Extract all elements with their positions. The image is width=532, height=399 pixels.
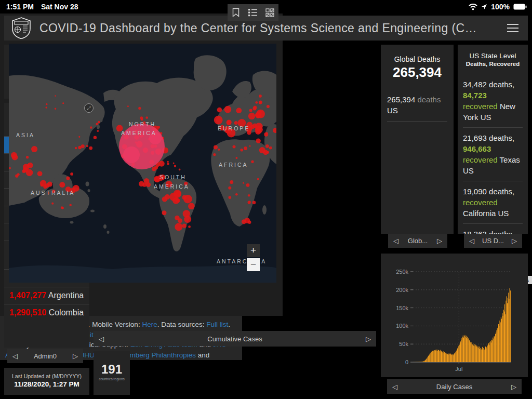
case-dot[interactable] [249, 109, 252, 112]
case-dot[interactable] [61, 207, 64, 209]
case-dot[interactable] [248, 221, 251, 224]
case-dot[interactable] [51, 203, 54, 205]
world-map[interactable]: ASIANORTHAMERICAEUROPEAFRICASOUTHAMERICA… [9, 44, 276, 283]
case-dot[interactable] [46, 103, 47, 105]
case-dot[interactable] [184, 216, 191, 223]
case-dot[interactable] [174, 190, 181, 197]
case-dot[interactable] [184, 182, 188, 185]
case-dot[interactable] [236, 157, 238, 159]
case-dot[interactable] [26, 156, 29, 158]
case-dot[interactable] [45, 107, 47, 109]
case-dot[interactable] [249, 145, 250, 147]
case-dot[interactable] [90, 126, 92, 128]
case-dot[interactable] [98, 121, 100, 124]
case-dot[interactable] [144, 178, 150, 184]
case-dot[interactable] [70, 172, 73, 176]
case-dot[interactable] [188, 203, 195, 209]
case-dot[interactable] [244, 147, 247, 150]
case-dot[interactable] [269, 147, 272, 150]
case-dot[interactable] [265, 144, 269, 148]
case-dot[interactable] [238, 119, 246, 127]
case-dot[interactable] [179, 169, 181, 171]
menu-icon[interactable] [507, 21, 518, 35]
case-dot[interactable] [154, 177, 161, 183]
zoom-out-button[interactable]: − [247, 258, 260, 271]
case-dot[interactable] [183, 195, 192, 204]
case-dot[interactable] [214, 116, 223, 125]
case-dot[interactable] [259, 147, 265, 153]
case-dot[interactable] [17, 173, 20, 176]
case-dot[interactable] [243, 182, 244, 184]
deaths-entry[interactable]: 265,394 deaths US [387, 94, 447, 122]
next-arrow-icon[interactable]: ▷ [73, 352, 78, 360]
case-dot[interactable] [94, 136, 97, 139]
case-dot[interactable] [174, 165, 177, 167]
case-dot[interactable] [167, 161, 169, 163]
case-dot[interactable] [138, 107, 141, 110]
case-dot[interactable] [256, 138, 261, 143]
case-dot[interactable] [62, 102, 64, 104]
case-dot[interactable] [252, 107, 256, 110]
state-list-item[interactable]: 21,693 deaths, 946,663 recovered Texas U… [463, 128, 523, 181]
case-dot[interactable] [267, 151, 269, 154]
case-dot[interactable] [252, 123, 257, 128]
case-dot[interactable] [228, 187, 231, 190]
case-dot[interactable] [227, 119, 232, 125]
case-dot[interactable] [48, 192, 49, 194]
case-dot[interactable] [251, 161, 254, 163]
case-dot[interactable] [188, 225, 191, 228]
case-dot[interactable] [257, 178, 259, 180]
next-arrow-icon[interactable]: ▷ [437, 237, 442, 245]
state-list-item[interactable]: 18,363 deaths, recovered Florida US [463, 224, 523, 234]
case-dot[interactable] [259, 101, 262, 104]
case-dot[interactable] [218, 149, 220, 151]
prev-arrow-icon[interactable]: ◁ [469, 237, 474, 245]
case-dot[interactable] [255, 101, 258, 104]
credits-link[interactable]: Full list [206, 321, 228, 328]
case-dot[interactable] [75, 147, 77, 149]
case-dot[interactable] [248, 194, 250, 197]
country-list-item[interactable]: 1,290,510 Colombia [4, 304, 89, 322]
case-dot[interactable] [240, 149, 243, 152]
prev-arrow-icon[interactable]: ◁ [393, 237, 398, 245]
case-dot[interactable] [43, 185, 47, 189]
country-list-item[interactable]: 1,407,277 Argentina [4, 287, 89, 304]
case-dot[interactable] [167, 163, 169, 165]
case-dot[interactable] [219, 125, 225, 131]
case-dot[interactable] [165, 194, 170, 200]
case-dot[interactable] [233, 145, 236, 149]
case-dot[interactable] [11, 152, 17, 158]
case-dot[interactable] [162, 210, 167, 215]
case-dot[interactable] [182, 224, 187, 228]
case-dot[interactable] [157, 126, 160, 129]
prev-arrow-icon[interactable]: ◁ [392, 383, 397, 391]
next-arrow-icon[interactable]: ▷ [366, 335, 371, 343]
state-list-item[interactable]: 19,090 deaths, recovered California US [463, 181, 523, 224]
case-dot[interactable] [26, 164, 30, 167]
case-dot[interactable] [37, 171, 43, 176]
expand-panel-icon[interactable]: ⤢ [84, 103, 94, 113]
state-list-item[interactable]: 34,482 deaths, 84,723 recovered New York… [463, 74, 523, 128]
case-dot[interactable] [9, 167, 11, 169]
case-hotspot[interactable] [119, 124, 165, 169]
prev-arrow-icon[interactable]: ◁ [99, 335, 104, 343]
case-dot[interactable] [224, 126, 232, 134]
case-dot[interactable] [55, 95, 56, 97]
case-dot[interactable] [78, 136, 80, 138]
case-dot[interactable] [247, 130, 251, 135]
case-dot[interactable] [242, 219, 246, 224]
credits-link[interactable]: Here [142, 321, 157, 328]
prev-arrow-icon[interactable]: ◁ [12, 352, 18, 360]
case-dot[interactable] [116, 125, 123, 131]
case-dot[interactable] [81, 144, 85, 148]
case-dot[interactable] [31, 146, 37, 152]
case-dot[interactable] [70, 188, 76, 193]
case-dot[interactable] [213, 153, 216, 156]
case-dot[interactable] [66, 177, 70, 180]
legend-icon[interactable] [246, 5, 260, 20]
case-dot[interactable] [52, 190, 55, 193]
case-dot[interactable] [217, 108, 222, 113]
case-dot[interactable] [127, 105, 129, 107]
next-arrow-icon[interactable]: ▷ [512, 237, 517, 245]
case-dot[interactable] [26, 169, 33, 176]
